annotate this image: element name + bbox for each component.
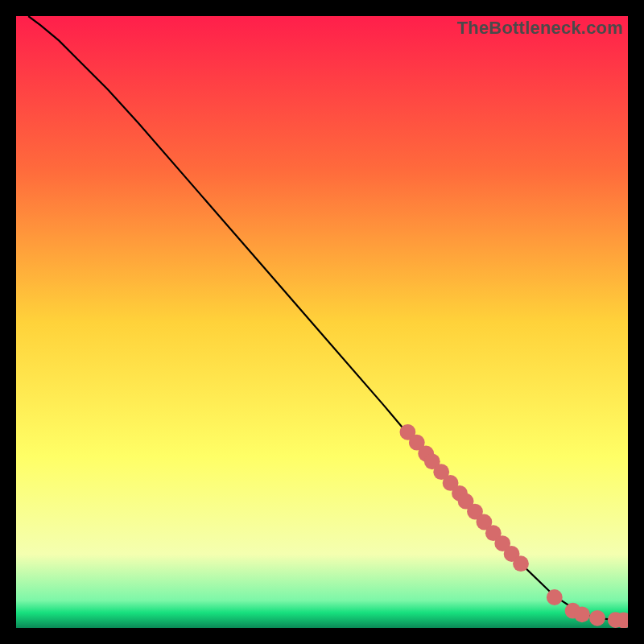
data-marker <box>513 555 529 572</box>
data-marker <box>589 610 605 626</box>
data-marker <box>547 589 563 605</box>
bottleneck-chart <box>16 16 628 628</box>
data-marker <box>574 606 590 622</box>
chart-frame: TheBottleneck.com <box>16 16 628 628</box>
gradient-background <box>16 16 628 628</box>
watermark-text: TheBottleneck.com <box>457 18 623 39</box>
